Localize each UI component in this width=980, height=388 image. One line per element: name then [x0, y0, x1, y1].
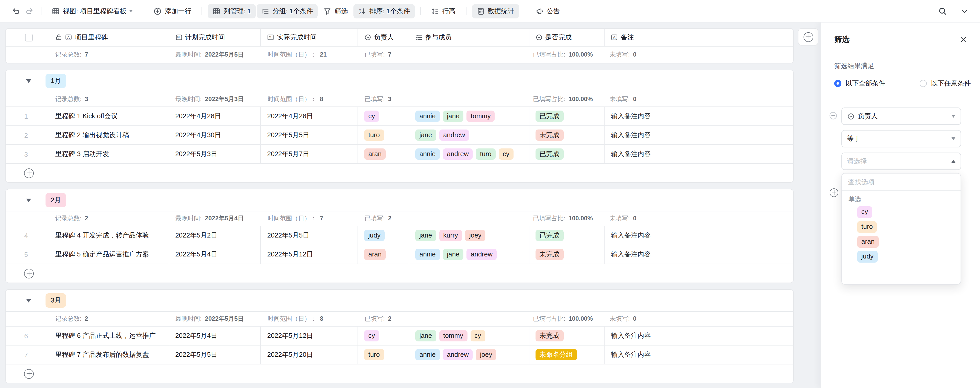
cell-milestone-title[interactable]: 里程碑 1 Kick off会议: [46, 107, 169, 125]
select-all-checkbox[interactable]: [25, 34, 33, 41]
condition-operator-select[interactable]: 等于: [842, 130, 961, 147]
member-tag[interactable]: andrew: [467, 249, 496, 260]
cell-actual-date[interactable]: 2022年5月12日: [261, 327, 358, 345]
cell-actual-date[interactable]: 2022年5月5日: [261, 126, 358, 144]
cell-owner[interactable]: turo: [358, 345, 409, 364]
cell-milestone-title[interactable]: 里程碑 3 启动开发: [46, 145, 169, 163]
cell-status[interactable]: 未完成: [529, 327, 605, 345]
remove-condition-button[interactable]: [829, 112, 837, 120]
summary-filled[interactable]: 已填写: 3: [365, 95, 391, 104]
toolbar-button-announcement[interactable]: 公告: [531, 4, 565, 18]
summary-filled[interactable]: 已填写: 7: [365, 50, 391, 59]
summary-unfilled[interactable]: 未填写: 0: [610, 214, 636, 223]
member-tag[interactable]: annie: [415, 148, 440, 160]
summary-range[interactable]: 时间范围（日）： 8: [267, 95, 323, 104]
cell-note[interactable]: 输入备注内容: [605, 345, 793, 364]
cell-note[interactable]: 输入备注内容: [605, 107, 793, 125]
cell-plan-date[interactable]: 2022年5月2日: [169, 226, 261, 245]
cell-plan-date[interactable]: 2022年4月28日: [169, 107, 261, 125]
add-column-button[interactable]: [798, 28, 818, 46]
column-header-note[interactable]: A备注: [605, 29, 793, 46]
cell-milestone-title[interactable]: 里程碑 7 产品发布后的数据复盘: [46, 345, 169, 364]
row-number[interactable]: 4: [6, 226, 46, 245]
row-number[interactable]: 1: [6, 107, 46, 125]
status-tag[interactable]: 已完成: [535, 230, 563, 241]
cell-members[interactable]: anniejanetommy: [409, 107, 529, 125]
cell-members[interactable]: anniejaneandrew: [409, 245, 529, 263]
cell-owner[interactable]: cy: [358, 327, 409, 345]
cell-owner[interactable]: cy: [358, 107, 409, 125]
cell-members[interactable]: janetommycy: [409, 327, 529, 345]
summary-filled[interactable]: 已填写: 2: [365, 214, 391, 223]
option-tag[interactable]: judy: [857, 251, 878, 263]
summary-latest[interactable]: 最晚时间: 2022年5月5日: [175, 50, 244, 59]
cell-owner[interactable]: judy: [358, 226, 409, 245]
cell-milestone-title[interactable]: 里程碑 2 输出视觉设计稿: [46, 126, 169, 144]
group-name-badge[interactable]: 3月: [46, 293, 66, 308]
owner-tag[interactable]: aran: [364, 148, 386, 160]
cell-owner[interactable]: aran: [358, 245, 409, 263]
option-tag[interactable]: cy: [857, 206, 872, 218]
member-tag[interactable]: jane: [415, 129, 436, 141]
cell-plan-date[interactable]: 2022年5月4日: [169, 245, 261, 263]
row-number[interactable]: 6: [6, 327, 46, 345]
redo-icon[interactable]: [22, 4, 36, 18]
summary-latest[interactable]: 最晚时间: 2022年5月3日: [175, 95, 244, 104]
member-tag[interactable]: jane: [443, 110, 464, 122]
collapse-group-icon[interactable]: [26, 198, 31, 202]
owner-tag[interactable]: judy: [364, 230, 385, 241]
cell-status[interactable]: 已完成: [529, 107, 605, 125]
add-row-button[interactable]: [6, 163, 793, 182]
summary-pct[interactable]: 已填写占比: 100.00%: [533, 315, 593, 323]
column-header-title[interactable]: A项目里程碑: [46, 29, 169, 46]
summary-pct[interactable]: 已填写占比: 100.00%: [533, 50, 593, 59]
summary-records[interactable]: 记录总数: 3: [55, 95, 88, 104]
member-tag[interactable]: tommy: [439, 330, 467, 342]
cell-owner[interactable]: turo: [358, 126, 409, 144]
summary-pct[interactable]: 已填写占比: 100.00%: [533, 95, 593, 104]
member-tag[interactable]: cy: [499, 148, 514, 160]
cell-members[interactable]: annieandrewturocy: [409, 145, 529, 163]
owner-tag[interactable]: cy: [364, 330, 379, 342]
dropdown-option-cy[interactable]: cy: [842, 205, 961, 220]
cell-owner[interactable]: aran: [358, 145, 409, 163]
summary-unfilled[interactable]: 未填写: 0: [610, 315, 636, 323]
cell-plan-date[interactable]: 2022年5月3日: [169, 145, 261, 163]
cell-milestone-title[interactable]: 里程碑 4 开发完成，转产品体验: [46, 226, 169, 245]
summary-latest[interactable]: 最晚时间: 2022年5月5日: [175, 315, 244, 323]
column-header-select-all[interactable]: [6, 29, 46, 46]
status-tag[interactable]: 未完成: [535, 330, 563, 342]
column-header-members[interactable]: 参与成员: [409, 29, 529, 46]
summary-range[interactable]: 时间范围（日）： 8: [267, 315, 323, 323]
member-tag[interactable]: kurry: [439, 230, 462, 241]
status-tag[interactable]: 未完成: [535, 129, 563, 141]
toolbar-button-sort[interactable]: AZ排序: 1个条件: [353, 4, 415, 18]
collapse-group-icon[interactable]: [26, 299, 31, 302]
option-tag[interactable]: turo: [857, 221, 877, 233]
cell-milestone-title[interactable]: 里程碑 6 产品正式上线，运营推广: [46, 327, 169, 345]
toolbar-button-filter[interactable]: 筛选: [319, 4, 352, 18]
condition-value-select[interactable]: 请选择: [842, 153, 961, 170]
column-header-actual[interactable]: 31实际完成时间: [261, 29, 358, 46]
collapse-group-icon[interactable]: [26, 79, 31, 83]
cell-status[interactable]: 未命名分组: [529, 345, 605, 364]
row-number[interactable]: 2: [6, 126, 46, 144]
member-tag[interactable]: turo: [476, 148, 496, 160]
toolbar-button-row-height[interactable]: 行高: [426, 4, 460, 18]
cell-status[interactable]: 已完成: [529, 226, 605, 245]
cell-note[interactable]: 输入备注内容: [605, 245, 793, 263]
status-tag[interactable]: 未完成: [535, 249, 563, 260]
summary-records[interactable]: 记录总数: 7: [55, 50, 88, 59]
option-search-input[interactable]: [842, 174, 961, 191]
cell-note[interactable]: 输入备注内容: [605, 327, 793, 345]
row-number[interactable]: 5: [6, 245, 46, 263]
member-tag[interactable]: jane: [415, 330, 436, 342]
member-tag[interactable]: andrew: [443, 148, 473, 160]
cell-plan-date[interactable]: 2022年4月30日: [169, 126, 261, 144]
member-tag[interactable]: joey: [465, 230, 486, 241]
add-row-button[interactable]: [6, 364, 793, 383]
toolbar-button-column-manage[interactable]: 列管理: 1: [208, 4, 256, 18]
cell-status[interactable]: 未完成: [529, 126, 605, 144]
owner-tag[interactable]: cy: [364, 110, 379, 122]
cell-actual-date[interactable]: 2022年5月5日: [261, 226, 358, 245]
